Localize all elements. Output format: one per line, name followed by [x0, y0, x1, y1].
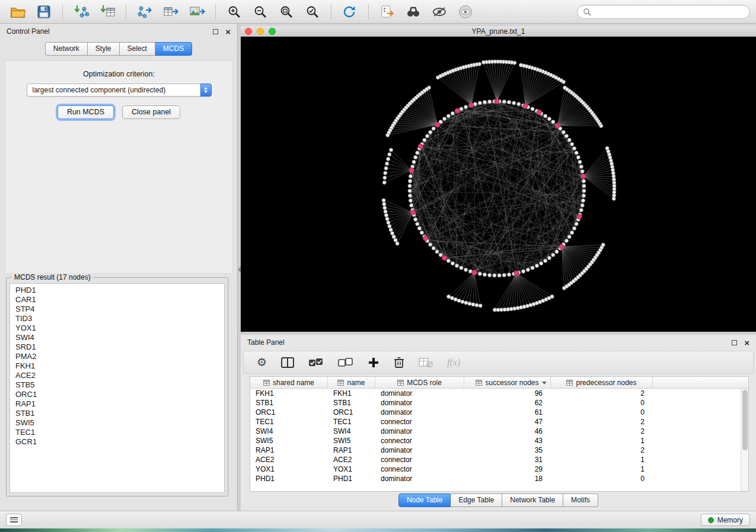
memory-status-icon	[708, 517, 714, 523]
open-folder-button[interactable]	[6, 2, 30, 21]
zoom-selected-button[interactable]	[301, 2, 324, 21]
mcds-result-item[interactable]: RAP1	[15, 399, 224, 409]
split-panel-icon[interactable]	[281, 354, 294, 371]
table-column-icon	[566, 380, 573, 386]
tab-node-table[interactable]: Node Table	[398, 493, 451, 507]
mcds-result-item[interactable]: PMA2	[15, 352, 224, 361]
column-header-shared-name[interactable]: shared name	[250, 377, 328, 388]
import-network-button[interactable]	[69, 2, 93, 21]
export-table-button[interactable]	[159, 2, 183, 21]
delete-column-icon[interactable]	[394, 354, 404, 371]
column-header-MCDS-role[interactable]: MCDS role	[375, 377, 464, 388]
table-row[interactable]: SWI5SWI5connector431	[250, 436, 741, 446]
column-header-name[interactable]: name	[328, 377, 375, 388]
close-window-icon[interactable]	[245, 28, 252, 35]
memory-button[interactable]: Memory	[701, 514, 750, 526]
mcds-result-list[interactable]: PHD1CAR1STP4TID3YOX1SWI4SRD1PMA2FKH1ACE2…	[9, 283, 225, 493]
table-row[interactable]: FKH1FKH1dominator962	[250, 389, 741, 398]
mcds-result-item[interactable]: TID3	[15, 314, 224, 323]
float-panel-icon[interactable]	[732, 340, 737, 345]
refresh-button[interactable]	[338, 2, 362, 21]
save-icon	[37, 5, 50, 18]
dropdown-selected-value: largest connected component (undirected)	[33, 86, 166, 94]
search-box[interactable]	[577, 5, 750, 19]
function-builder-icon[interactable]: f(x)	[447, 354, 460, 371]
column-header-predecessor-nodes[interactable]: predecessor nodes	[551, 377, 653, 388]
deselect-all-rows-icon[interactable]	[338, 354, 353, 371]
table-row[interactable]: RAP1RAP1dominator352	[250, 446, 741, 455]
show-graphics-details-button[interactable]	[454, 2, 477, 21]
minimize-window-icon[interactable]	[257, 28, 264, 35]
add-column-icon[interactable]	[368, 354, 379, 371]
table-row[interactable]: STB1STB1dominator620	[250, 398, 741, 408]
export-network-button[interactable]	[133, 2, 157, 21]
mcds-result-item[interactable]: SWI4	[15, 333, 224, 342]
share-document-button[interactable]	[375, 2, 399, 21]
mcds-result-item[interactable]: PHD1	[15, 286, 224, 295]
maximize-window-icon[interactable]	[269, 28, 276, 35]
table-scrollbar[interactable]	[741, 389, 748, 491]
zoom-fit-button[interactable]	[275, 2, 298, 21]
mcds-result-item[interactable]: GCR1	[15, 437, 224, 447]
scrollbar-thumb[interactable]	[742, 390, 748, 450]
mcds-result-item[interactable]: CAR1	[15, 295, 224, 305]
save-session-button[interactable]	[32, 2, 56, 21]
bird-eye-view-button[interactable]	[428, 2, 451, 21]
mcds-result-item[interactable]: SRD1	[15, 342, 224, 352]
cell-successor-nodes: 35	[464, 446, 551, 454]
mcds-result-item[interactable]: ORC1	[15, 390, 224, 399]
eye-icon	[458, 4, 473, 20]
run-mcds-button[interactable]: Run MCDS	[58, 105, 114, 119]
tab-network[interactable]: Network	[45, 42, 88, 56]
search-input[interactable]	[595, 8, 744, 16]
network-canvas[interactable]	[241, 37, 756, 332]
table-row[interactable]: TEC1TEC1connector472	[250, 417, 741, 427]
export-image-button[interactable]	[185, 2, 209, 21]
sort-dropdown-icon[interactable]	[542, 382, 547, 384]
mcds-result-title: MCDS result (17 nodes)	[11, 273, 94, 281]
mcds-result-item[interactable]: TEC1	[15, 428, 224, 437]
mcds-result-item[interactable]: ACE2	[15, 371, 224, 380]
close-mcds-panel-button[interactable]: Close panel	[122, 105, 180, 119]
close-panel-icon[interactable]: ×	[225, 27, 231, 36]
cell-shared-name: YOX1	[250, 465, 328, 473]
cell-shared-name: SWI5	[250, 437, 328, 445]
export-network-icon	[137, 4, 153, 20]
cell-name: ORC1	[328, 408, 375, 416]
zoom-out-button[interactable]	[248, 2, 272, 21]
tab-edge-table[interactable]: Edge Table	[451, 493, 502, 507]
mcds-result-item[interactable]: STP4	[15, 305, 224, 314]
mcds-result-item[interactable]: STB5	[15, 380, 224, 390]
select-all-rows-icon[interactable]	[308, 354, 324, 371]
search-binoculars-button[interactable]	[401, 2, 425, 21]
table-row[interactable]: SWI4SWI4dominator462	[250, 427, 741, 436]
table-row[interactable]: ORC1ORC1dominator610	[250, 408, 741, 417]
tab-style[interactable]: Style	[88, 42, 120, 56]
import-table-button[interactable]	[95, 2, 119, 21]
toolbar-separator	[126, 4, 126, 20]
column-header-successor-nodes[interactable]: successor nodes	[464, 377, 551, 388]
float-panel-icon[interactable]	[213, 29, 218, 34]
network-window-titlebar[interactable]: YPA_prune.txt_1	[241, 26, 756, 37]
mcds-result-item[interactable]: SWI5	[15, 418, 224, 428]
tab-motifs[interactable]: Motifs	[563, 493, 598, 507]
mcds-result-item[interactable]: FKH1	[15, 361, 224, 371]
mcds-result-item[interactable]: YOX1	[15, 323, 224, 333]
network-view-window: YPA_prune.txt_1	[241, 24, 756, 332]
table-row[interactable]: YOX1YOX1connector291	[250, 464, 741, 474]
delete-table-icon[interactable]	[419, 354, 433, 371]
table-row[interactable]: PHD1PHD1dominator180	[250, 474, 741, 483]
optimization-criterion-select[interactable]: largest connected component (undirected)	[27, 84, 212, 97]
table-settings-gear-icon[interactable]: ⚙	[257, 354, 267, 371]
zoom-in-button[interactable]	[222, 2, 246, 21]
table-column-icon	[397, 380, 404, 386]
table-row[interactable]: ACE2ACE2connector311	[250, 455, 741, 464]
close-panel-icon[interactable]: ×	[744, 338, 749, 347]
table-header-row: shared namenameMCDS rolesuccessor nodesp…	[250, 377, 748, 389]
mcds-result-item[interactable]: STB1	[15, 409, 224, 418]
tab-mcds[interactable]: MCDS	[155, 42, 192, 56]
optimization-criterion-label: Optimization criterion:	[5, 70, 232, 78]
status-menu-button[interactable]	[6, 514, 22, 526]
tab-network-table[interactable]: Network Table	[502, 493, 563, 507]
tab-select[interactable]: Select	[120, 42, 155, 56]
